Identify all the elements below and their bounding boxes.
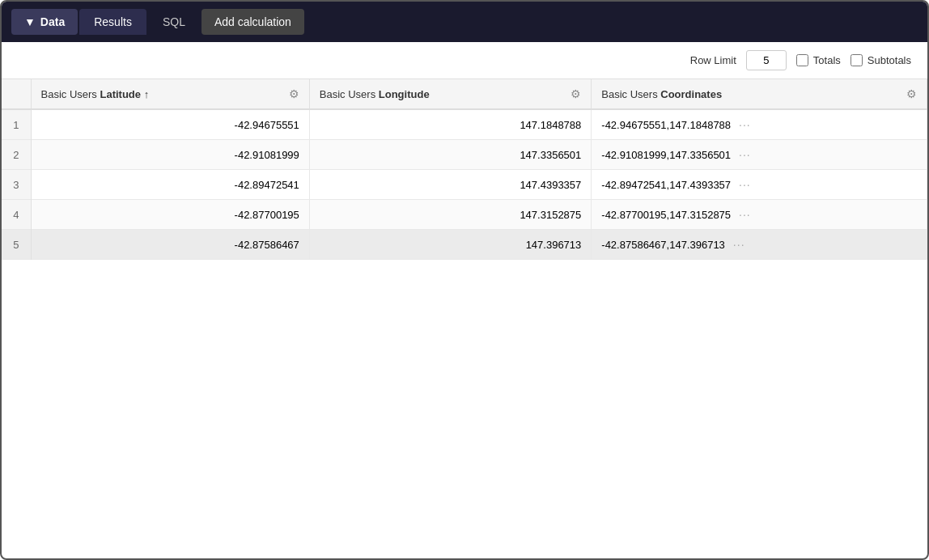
tab-results-label: Results xyxy=(94,15,132,28)
col-header-latitude: Basic Users Latitude ↑ ⚙ xyxy=(31,79,309,109)
subtotals-checkbox-group[interactable]: Subtotals xyxy=(851,54,911,66)
tab-sql[interactable]: SQL xyxy=(148,9,200,35)
longitude-cell: 147.3152875 xyxy=(309,200,591,230)
row-options-button[interactable]: ··· xyxy=(736,177,754,192)
table-row: 5-42.87586467147.396713-42.87586467,147.… xyxy=(2,230,927,260)
latitude-cell: -42.89472541 xyxy=(31,170,309,200)
row-options-button[interactable]: ··· xyxy=(730,237,749,252)
coordinates-value: -42.91081999,147.3356501 xyxy=(601,149,731,161)
coordinates-cell: -42.87700195,147.3152875··· xyxy=(592,200,927,229)
tab-sql-label: SQL xyxy=(163,15,185,28)
totals-checkbox-group[interactable]: Totals xyxy=(796,54,841,66)
coordinates-settings-icon[interactable]: ⚙ xyxy=(906,87,917,100)
longitude-cell: 147.4393357 xyxy=(309,170,591,200)
table-row: 2-42.91081999147.3356501-42.91081999,147… xyxy=(2,140,927,170)
row-options-button[interactable]: ··· xyxy=(736,117,754,132)
tab-results[interactable]: Results xyxy=(79,9,146,35)
longitude-cell: 147.3356501 xyxy=(309,140,591,170)
table-row: 1-42.94675551147.1848788-42.94675551,147… xyxy=(2,109,927,140)
coordinates-cell: -42.91081999,147.3356501··· xyxy=(592,140,927,169)
coordinates-cell: -42.89472541,147.4393357··· xyxy=(592,170,927,199)
row-number-cell: 3 xyxy=(2,170,31,200)
row-limit-label: Row Limit xyxy=(690,54,736,66)
coordinates-value: -42.89472541,147.4393357 xyxy=(601,179,731,191)
longitude-cell: 147.1848788 xyxy=(309,109,591,140)
coordinates-value: -42.94675551,147.1848788 xyxy=(601,119,731,131)
col-title-longitude: Basic Users Longitude xyxy=(320,88,430,100)
toolbar: Row Limit Totals Subtotals xyxy=(2,42,927,79)
tab-data-label: Data xyxy=(40,15,65,28)
col-title-coordinates: Basic Users Coordinates xyxy=(601,88,722,100)
totals-label: Totals xyxy=(813,54,841,66)
table-row: 3-42.89472541147.4393357-42.89472541,147… xyxy=(2,170,927,200)
subtotals-label: Subtotals xyxy=(867,54,911,66)
dropdown-arrow-icon: ▼ xyxy=(24,15,36,28)
latitude-cell: -42.87700195 xyxy=(31,200,309,230)
coordinates-value: -42.87700195,147.3152875 xyxy=(601,209,731,221)
row-number-cell: 5 xyxy=(2,230,31,260)
add-calculation-label: Add calculation xyxy=(214,15,291,28)
col-header-coordinates: Basic Users Coordinates ⚙ xyxy=(592,79,927,109)
col-header-longitude: Basic Users Longitude ⚙ xyxy=(309,79,591,109)
coordinates-cell: -42.94675551,147.1848788··· xyxy=(592,110,927,139)
latitude-cell: -42.94675551 xyxy=(31,109,309,140)
coordinates-value: -42.87586467,147.396713 xyxy=(601,239,725,251)
latitude-settings-icon[interactable]: ⚙ xyxy=(289,87,299,100)
coordinates-cell: -42.87586467,147.396713··· xyxy=(592,230,927,259)
row-options-button[interactable]: ··· xyxy=(736,147,754,162)
latitude-cell: -42.91081999 xyxy=(31,140,309,170)
longitude-cell: 147.396713 xyxy=(309,230,591,260)
totals-checkbox[interactable] xyxy=(796,54,808,66)
results-table-container: Basic Users Latitude ↑ ⚙ Basic Users Lon… xyxy=(2,79,927,260)
latitude-cell: -42.87586467 xyxy=(31,230,309,260)
results-table: Basic Users Latitude ↑ ⚙ Basic Users Lon… xyxy=(2,79,927,260)
longitude-settings-icon[interactable]: ⚙ xyxy=(571,87,581,100)
col-title-latitude: Basic Users Latitude ↑ xyxy=(41,88,150,100)
row-number-header xyxy=(2,79,31,109)
tab-data[interactable]: ▼ Data xyxy=(11,9,78,35)
row-options-button[interactable]: ··· xyxy=(736,207,754,222)
add-calculation-button[interactable]: Add calculation xyxy=(201,9,304,35)
row-number-cell: 1 xyxy=(2,109,31,140)
row-number-cell: 2 xyxy=(2,140,31,170)
table-row: 4-42.87700195147.3152875-42.87700195,147… xyxy=(2,200,927,230)
top-navigation: ▼ Data Results SQL Add calculation xyxy=(2,2,927,42)
subtotals-checkbox[interactable] xyxy=(851,54,863,66)
row-number-cell: 4 xyxy=(2,200,31,230)
row-limit-input[interactable] xyxy=(746,50,787,70)
